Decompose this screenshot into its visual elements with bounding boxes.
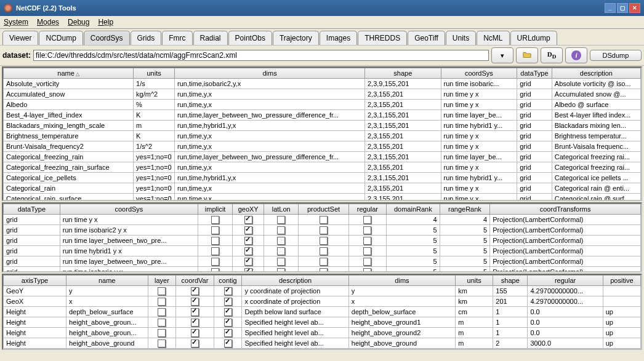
table-row[interactable]: gridrun time isobaric2 y x55Projection(L… (4, 225, 641, 236)
col-productSet[interactable]: productSet (299, 204, 349, 215)
checkbox-icon (363, 226, 371, 234)
col-shape[interactable]: shape (365, 68, 441, 79)
tab-viewer[interactable]: Viewer (2, 31, 38, 45)
col-coordSys[interactable]: coordSys (441, 68, 517, 79)
col-coordTransforms[interactable]: coordTransforms (490, 204, 641, 215)
col-dataType[interactable]: dataType (4, 204, 60, 215)
variables-table[interactable]: name△unitsdimsshapecoordSysdataTypedescr… (3, 68, 641, 201)
table-row[interactable]: GeoYyy coordinate of projectionykm1554.2… (4, 286, 641, 296)
tab-units[interactable]: Units (446, 31, 476, 45)
table-row[interactable]: Heightheight_above_groun...Specified hei… (4, 328, 641, 338)
dataset-dropdown-button[interactable]: ▾ (491, 47, 513, 63)
table-row[interactable]: gridrun time layer_between_two_pre...55P… (4, 236, 641, 246)
table-row[interactable]: Brunt-Vaisala_frequency21/s^2run,time,y,… (4, 141, 641, 152)
tab-geotiff[interactable]: GeoTiff (408, 31, 445, 45)
table-row[interactable]: Heightheight_above_groundSpecified heigh… (4, 338, 641, 349)
menu-system[interactable]: System (4, 18, 28, 26)
checkbox-icon (320, 216, 328, 224)
checkbox-icon (244, 247, 252, 255)
tab-grids[interactable]: Grids (131, 31, 162, 45)
close-button[interactable]: ✕ (629, 3, 640, 13)
table-row[interactable]: gridrun time hybrid1 y x55Projection(Lam… (4, 246, 641, 256)
table-row[interactable]: Best_4-layer_lifted_indexKrun,time,layer… (4, 110, 641, 121)
col-coordSys[interactable]: coordSys (60, 204, 198, 215)
col-latLon[interactable]: latLon (264, 204, 299, 215)
col-rangeRank[interactable]: rangeRank (440, 204, 490, 215)
col-coordVar[interactable]: coordVar (176, 276, 214, 286)
table-row[interactable]: Categorical_freezing_rain_surfaceyes=1;n… (4, 162, 641, 173)
info-icon: i (571, 50, 581, 60)
dd-button[interactable]: DD (541, 47, 563, 63)
col-units[interactable]: units (134, 68, 175, 79)
table-row[interactable]: Categorical_ice_pelletsyes=1;no=0run,tim… (4, 173, 641, 183)
table-row[interactable]: gridrun time layer_between_two_pre...55P… (4, 256, 641, 267)
table-row[interactable]: Heightdepth_below_surfaceDepth below lan… (4, 307, 641, 317)
col-name[interactable]: name (66, 276, 148, 286)
app-icon (4, 4, 12, 12)
table-row[interactable]: Heightheight_above_groun...Specified hei… (4, 317, 641, 328)
checkbox-icon (363, 216, 371, 224)
col-dataType[interactable]: dataType (517, 68, 552, 79)
dataset-input[interactable] (33, 50, 489, 61)
dataset-label: dataset: (2, 51, 31, 60)
axes-pane[interactable]: axisTypenamelayercoordVarcontigdescripti… (2, 274, 642, 350)
checkbox-icon (244, 258, 252, 266)
col-description[interactable]: description (242, 276, 348, 286)
tab-trajectory[interactable]: Trajectory (273, 31, 319, 45)
table-row[interactable]: gridrun time isobaric y x55Projection(La… (4, 267, 641, 273)
col-domainRank[interactable]: domainRank (386, 204, 440, 215)
col-positive[interactable]: positive (603, 276, 640, 286)
tab-coordsys[interactable]: CoordSys (84, 31, 130, 45)
tab-ncdump[interactable]: NCDump (39, 31, 83, 45)
dsdump-button[interactable]: DSdump (590, 50, 642, 61)
checkbox-icon (224, 339, 232, 347)
checkbox-icon (224, 319, 232, 327)
col-axisType[interactable]: axisType (4, 276, 66, 286)
col-description[interactable]: description (552, 68, 640, 79)
table-row[interactable]: Brightness_temperatureKrun,time,y,x2,3,1… (4, 131, 641, 141)
col-dims[interactable]: dims (348, 276, 455, 286)
tab-fmrc[interactable]: Fmrc (162, 31, 192, 45)
checkbox-icon (191, 339, 199, 347)
open-file-button[interactable] (516, 47, 538, 63)
tab-pointobs[interactable]: PointObs (228, 31, 272, 45)
table-row[interactable]: Blackadars_mixing_length_scalemrun,time,… (4, 121, 641, 131)
col-dims[interactable]: dims (175, 68, 365, 79)
menu-help[interactable]: Help (98, 18, 113, 26)
coordsys-pane[interactable]: dataTypecoordSysimplicitgeoXYlatLonprodu… (2, 202, 642, 272)
col-contig[interactable]: contig (214, 276, 242, 286)
checkbox-icon (363, 247, 371, 255)
axes-table[interactable]: axisTypenamelayercoordVarcontigdescripti… (3, 275, 641, 350)
tab-ncml[interactable]: NcML (477, 31, 509, 45)
col-regular[interactable]: regular (348, 204, 386, 215)
tab-images[interactable]: Images (320, 31, 357, 45)
table-row[interactable]: Albedo%run,time,y,x2,3,155,201run time y… (4, 100, 641, 110)
table-row[interactable]: Categorical_freezing_rainyes=1;no=0run,t… (4, 152, 641, 162)
checkbox-icon (277, 237, 285, 245)
col-geoXY[interactable]: geoXY (233, 204, 264, 215)
table-row[interactable]: gridrun time y x44Projection(LambertConf… (4, 215, 641, 225)
col-name[interactable]: name△ (4, 68, 134, 79)
col-implicit[interactable]: implicit (198, 204, 233, 215)
tab-urldump[interactable]: URLdump (510, 31, 557, 45)
coordsys-table[interactable]: dataTypecoordSysimplicitgeoXYlatLonprodu… (3, 204, 641, 272)
checkbox-icon (244, 216, 252, 224)
info-button[interactable]: i (565, 47, 587, 63)
table-row[interactable]: GeoZhybridHybrid levelhybridup (4, 349, 641, 351)
col-regular[interactable]: regular (528, 276, 603, 286)
maximize-button[interactable]: ▢ (617, 3, 628, 13)
minimize-button[interactable]: _ (605, 3, 616, 13)
tab-radial[interactable]: Radial (193, 31, 228, 45)
col-shape[interactable]: shape (493, 276, 528, 286)
col-layer[interactable]: layer (148, 276, 176, 286)
col-units[interactable]: units (456, 276, 493, 286)
table-row[interactable]: Categorical_rainyes=1;no=0run,time,y,x2,… (4, 183, 641, 194)
table-row[interactable]: Accumulated_snowkg/m^2run,time,y,x2,3,15… (4, 89, 641, 100)
table-row[interactable]: Categorical_rain_surfaceyes=1;no=0run,ti… (4, 194, 641, 202)
menu-debug[interactable]: Debug (68, 18, 89, 26)
variables-pane[interactable]: name△unitsdimsshapecoordSysdataTypedescr… (2, 66, 642, 201)
menu-modes[interactable]: Modes (37, 18, 59, 26)
table-row[interactable]: Absolute_vorticity1/srun,time,isobaric2,… (4, 79, 641, 89)
tab-thredds[interactable]: THREDDS (358, 31, 407, 45)
table-row[interactable]: GeoXxx coordinate of projectionxkm2014.2… (4, 296, 641, 307)
